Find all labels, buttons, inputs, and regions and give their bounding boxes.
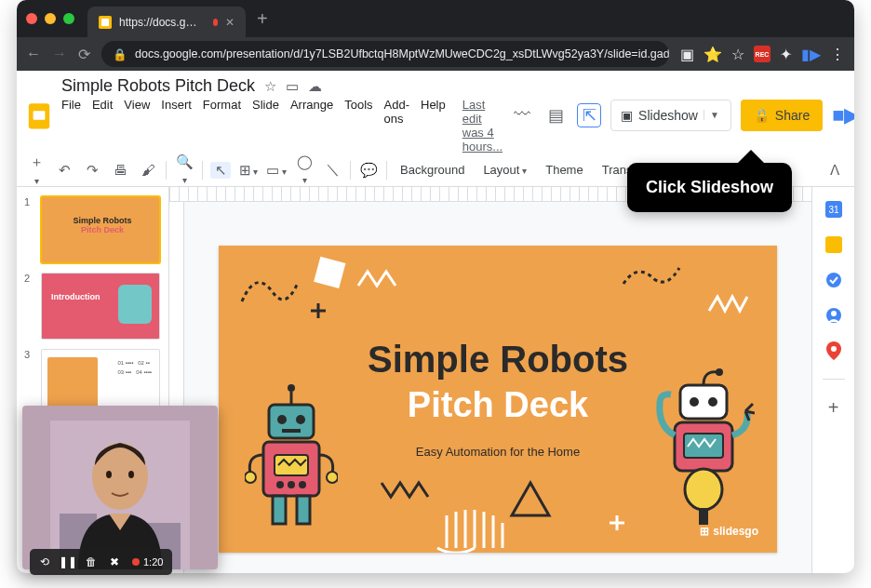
paint-format-icon[interactable]: 🖌 (138, 162, 158, 178)
maximize-window-icon[interactable] (63, 13, 74, 24)
textbox-tool-icon[interactable]: ⊞ (238, 162, 259, 179)
menu-format[interactable]: Format (203, 98, 241, 154)
comment-tool-icon[interactable]: 💬 (358, 162, 379, 179)
menu-insert[interactable]: Insert (161, 98, 192, 154)
undo-icon[interactable]: ↶ (54, 162, 74, 179)
browser-tabbar: https://docs.google.com/p ✕ + (17, 0, 854, 37)
activity-icon[interactable]: 〰 (510, 103, 534, 127)
slideshow-dropdown-icon[interactable]: ▼ (704, 110, 725, 120)
slide-canvas[interactable]: Simple Robots Pitch Deck Easy Automation… (219, 246, 777, 553)
shape-tool-icon[interactable]: ◯ (294, 154, 315, 186)
new-slide-button[interactable]: ＋ (26, 154, 47, 187)
share-lock-icon: 🔒 (754, 108, 770, 123)
svg-rect-4 (314, 257, 345, 288)
thumbnail-1[interactable]: 1 Simple RobotsPitch Deck (24, 196, 161, 263)
svg-point-19 (245, 472, 256, 483)
cast-icon[interactable]: ▣ (680, 46, 694, 63)
lock-icon: 🔒 (113, 47, 127, 61)
comments-icon[interactable]: ▤ (543, 103, 568, 127)
zoom-icon[interactable]: 🔍 (174, 154, 194, 186)
rec-stop-icon[interactable]: ✖ (103, 551, 126, 573)
extensions-icon[interactable]: ✦ (780, 46, 792, 63)
slide-canvas-area: Simple Robots Pitch Deck Easy Automation… (169, 187, 811, 573)
svg-rect-1 (101, 18, 109, 25)
slide-tagline: Easy Automation for the Home (219, 445, 777, 459)
menu-tools[interactable]: Tools (344, 98, 372, 154)
contacts-icon[interactable] (824, 306, 843, 325)
menu-file[interactable]: File (61, 98, 81, 154)
bookmarks-icon[interactable]: ⭐ (704, 46, 722, 63)
thumbnail-2[interactable]: 2 Introduction (24, 273, 161, 340)
line-tool-icon[interactable]: ＼ (322, 161, 342, 179)
svg-point-27 (685, 469, 722, 510)
slide-title-line1: Simple Robots (219, 339, 777, 381)
menu-slide[interactable]: Slide (252, 98, 279, 154)
svg-point-20 (327, 472, 338, 483)
rec-restart-icon[interactable]: ⟲ (34, 551, 56, 573)
rec-extension-icon[interactable]: REC (754, 46, 770, 62)
svg-point-41 (128, 471, 134, 478)
webcam-overlay[interactable] (22, 406, 218, 569)
recording-controls: ⟲ ❚❚ 🗑 ✖ 1:20 (30, 549, 172, 575)
menu-addons[interactable]: Add-ons (384, 98, 409, 154)
meet-camera-icon[interactable]: ■▶ (832, 103, 854, 127)
collapse-toolbar-icon[interactable]: ᐱ (824, 162, 845, 179)
rec-timer: 1:20 (127, 556, 168, 568)
menu-arrange[interactable]: Arrange (290, 98, 333, 154)
keep-icon[interactable] (824, 235, 843, 254)
tasks-icon[interactable] (824, 271, 843, 289)
maps-icon[interactable] (824, 341, 843, 360)
layout-button[interactable]: Layout (477, 163, 532, 177)
move-doc-icon[interactable]: ▭ (286, 78, 299, 95)
slide-title-line2: Pitch Deck (219, 385, 777, 425)
menu-view[interactable]: View (124, 98, 150, 154)
image-tool-icon[interactable]: ▭ (266, 162, 287, 179)
star-icon[interactable]: ☆ (731, 46, 744, 63)
close-window-icon[interactable] (26, 13, 37, 24)
rec-delete-icon[interactable]: 🗑 (80, 551, 102, 573)
slides-header: Simple Robots Pitch Deck ☆ ▭ ☁ File Edit… (17, 71, 854, 154)
rec-dot-icon (132, 558, 140, 566)
rec-pause-icon[interactable]: ❚❚ (57, 551, 79, 573)
camera-ext-icon[interactable]: ▮▶ (801, 46, 821, 63)
svg-point-40 (106, 471, 112, 478)
slideshow-play-icon: ▣ (621, 108, 633, 123)
svg-rect-11 (282, 429, 301, 433)
doc-title[interactable]: Simple Robots Pitch Deck (61, 76, 255, 96)
select-tool-icon[interactable]: ↖ (210, 162, 231, 179)
cloud-status-icon: ☁ (308, 78, 322, 95)
last-edit-info[interactable]: Last edit was 4 hours... (462, 98, 502, 154)
svg-rect-18 (297, 496, 310, 524)
tooltip-text: Click Slideshow (646, 178, 773, 196)
present-fullscreen-icon[interactable]: ⇱ (577, 103, 601, 127)
url-field[interactable]: 🔒 docs.google.com/presentation/d/1y7LSB2… (101, 41, 669, 67)
person-avatar-icon (50, 421, 190, 569)
theme-button[interactable]: Theme (540, 163, 588, 177)
svg-rect-28 (699, 508, 708, 525)
back-icon[interactable]: ← (26, 46, 41, 62)
forward-icon[interactable]: → (52, 46, 67, 62)
menu-edit[interactable]: Edit (92, 98, 113, 154)
star-doc-icon[interactable]: ☆ (264, 78, 276, 95)
slides-logo-icon[interactable] (24, 98, 54, 133)
add-addon-icon[interactable]: + (824, 398, 843, 417)
tab-title: https://docs.google.com/p (119, 16, 202, 29)
url-text: docs.google.com/presentation/d/1y7LSB2Uf… (135, 47, 669, 60)
print-icon[interactable]: 🖶 (110, 162, 130, 178)
reload-icon[interactable]: ⟳ (78, 46, 90, 63)
calendar-icon[interactable]: 31 (824, 200, 843, 219)
tab-favicon-icon (99, 16, 112, 29)
new-tab-button[interactable]: + (257, 8, 268, 30)
background-button[interactable]: Background (395, 163, 470, 177)
menu-help[interactable]: Help (421, 98, 446, 154)
minimize-window-icon[interactable] (45, 13, 56, 24)
close-tab-icon[interactable]: ✕ (225, 16, 234, 29)
browser-tab[interactable]: https://docs.google.com/p ✕ (87, 7, 246, 37)
window-buttons (26, 13, 74, 24)
more-icon[interactable]: ⋮ (830, 46, 845, 63)
browser-extensions: ▣ ⭐ ☆ REC ✦ ▮▶ ⋮ (680, 46, 845, 63)
slideshow-button[interactable]: ▣ Slideshow ▼ (610, 100, 731, 131)
svg-point-14 (276, 481, 284, 488)
redo-icon[interactable]: ↷ (82, 162, 102, 179)
share-button[interactable]: 🔒 Share (741, 100, 823, 131)
